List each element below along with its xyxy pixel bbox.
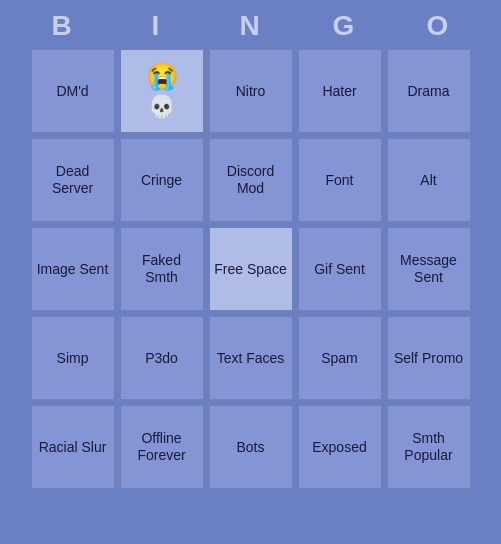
bingo-cell-7: Discord Mod [208,137,294,223]
header-n: N [211,10,291,42]
bingo-cell-22: Bots [208,404,294,490]
bingo-grid: DM'd😭💀NitroHaterDramaDead ServerCringeDi… [30,48,472,490]
bingo-cell-4: Drama [386,48,472,134]
bingo-cell-6: Cringe [119,137,205,223]
header-g: G [305,10,385,42]
bingo-cell-5: Dead Server [30,137,116,223]
bingo-cell-0: DM'd [30,48,116,134]
header-i: I [117,10,197,42]
bingo-cell-11: Faked Smth [119,226,205,312]
bingo-header: B I N G O [16,0,486,48]
bingo-cell-17: Text Faces [208,315,294,401]
bingo-cell-20: Racial Slur [30,404,116,490]
bingo-cell-10: Image Sent [30,226,116,312]
skull-emoji: 💀 [148,94,175,120]
bingo-cell-24: Smth Popular [386,404,472,490]
bingo-cell-15: Simp [30,315,116,401]
bingo-cell-1: 😭💀 [119,48,205,134]
bingo-cell-8: Font [297,137,383,223]
bingo-cell-18: Spam [297,315,383,401]
bingo-cell-23: Exposed [297,404,383,490]
header-b: B [23,10,103,42]
bingo-cell-14: Message Sent [386,226,472,312]
bingo-cell-19: Self Promo [386,315,472,401]
bingo-cell-16: P3do [119,315,205,401]
bingo-cell-3: Hater [297,48,383,134]
header-o: O [399,10,479,42]
bingo-cell-12: Free Space [208,226,294,312]
bingo-cell-21: Offline Forever [119,404,205,490]
bingo-cell-13: Gif Sent [297,226,383,312]
crying-emoji: 😭 [146,61,178,92]
bingo-cell-9: Alt [386,137,472,223]
bingo-cell-2: Nitro [208,48,294,134]
